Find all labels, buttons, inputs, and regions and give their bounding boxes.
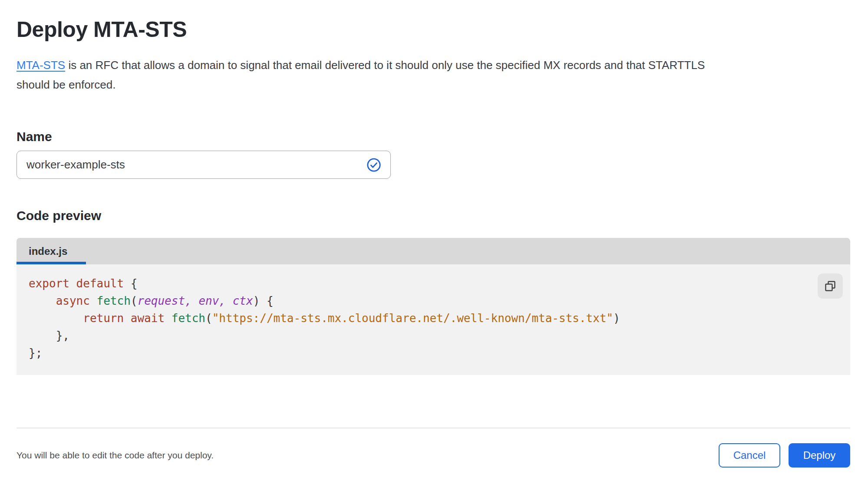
mta-sts-link[interactable]: MTA-STS — [17, 59, 65, 72]
check-circle-icon — [366, 158, 381, 172]
intro-paragraph: MTA-STS is an RFC that allows a domain t… — [17, 56, 850, 95]
footer-note: You will be able to edit the code after … — [17, 450, 214, 461]
code-body: export default { async fetch(request, en… — [17, 264, 850, 375]
code-preview-label: Code preview — [17, 209, 850, 222]
page-title: Deploy MTA-STS — [17, 16, 850, 43]
intro-text-line2: should be enforced. — [17, 78, 116, 91]
deploy-mta-sts-page: Deploy MTA-STS MTA-STS is an RFC that al… — [0, 16, 868, 468]
copy-code-button[interactable] — [818, 273, 843, 299]
name-input-wrap — [17, 151, 391, 179]
tab-index-js[interactable]: index.js — [17, 238, 86, 264]
copy-icon — [825, 280, 836, 292]
code-content: export default { async fetch(request, en… — [29, 275, 850, 362]
code-preview-card: index.js export default { async fetch(re… — [17, 238, 850, 375]
footer: You will be able to edit the code after … — [17, 443, 850, 468]
deploy-button[interactable]: Deploy — [789, 443, 850, 468]
footer-divider — [17, 428, 850, 428]
code-tabbar: index.js — [17, 238, 850, 264]
cancel-button[interactable]: Cancel — [719, 443, 780, 468]
intro-text-line1: is an RFC that allows a domain to signal… — [65, 59, 705, 72]
tab-label: index.js — [29, 245, 67, 257]
footer-actions: Cancel Deploy — [719, 443, 850, 468]
name-label: Name — [17, 130, 850, 143]
name-input[interactable] — [17, 151, 391, 179]
